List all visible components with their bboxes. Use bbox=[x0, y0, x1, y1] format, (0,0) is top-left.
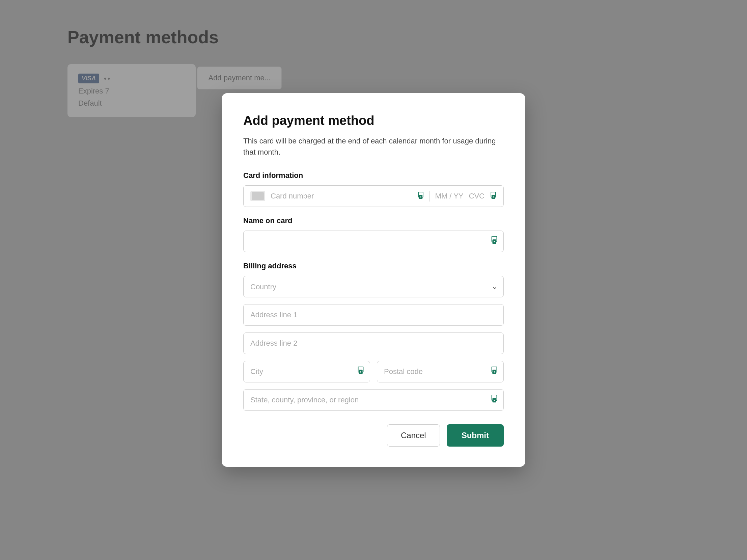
city-postal-row bbox=[243, 361, 504, 382]
cvc-icon bbox=[490, 192, 497, 200]
cancel-button[interactable]: Cancel bbox=[387, 424, 440, 447]
modal-overlay: Add payment method This card will be cha… bbox=[0, 0, 747, 560]
submit-button[interactable]: Submit bbox=[447, 424, 504, 447]
svg-point-11 bbox=[360, 371, 361, 373]
country-select-wrapper: Country ⌄ bbox=[243, 276, 504, 297]
name-on-card-input[interactable] bbox=[243, 231, 504, 252]
address-line2-input[interactable] bbox=[243, 332, 504, 354]
address-line1-input[interactable] bbox=[243, 304, 504, 326]
city-wrapper bbox=[243, 361, 370, 382]
card-icon bbox=[250, 191, 265, 201]
svg-point-17 bbox=[494, 400, 495, 401]
billing-label: Billing address bbox=[243, 262, 504, 271]
postal-code-input[interactable] bbox=[377, 361, 504, 382]
name-label: Name on card bbox=[243, 217, 504, 225]
state-input[interactable] bbox=[243, 389, 504, 411]
postal-input-icon bbox=[491, 366, 498, 377]
billing-section: Billing address Country ⌄ bbox=[243, 262, 504, 411]
card-number-input[interactable]: Card number bbox=[271, 192, 412, 201]
svg-point-8 bbox=[494, 241, 495, 243]
add-payment-modal: Add payment method This card will be cha… bbox=[222, 93, 525, 467]
city-input-icon bbox=[357, 366, 364, 377]
card-info-label: Card information bbox=[243, 171, 504, 180]
state-wrapper bbox=[243, 389, 504, 411]
city-input[interactable] bbox=[243, 361, 370, 382]
stripe-security-icon bbox=[417, 192, 424, 200]
svg-point-2 bbox=[420, 197, 421, 198]
modal-description: This card will be charged at the end of … bbox=[243, 135, 504, 158]
card-info-row: Card number MM / YY CVC bbox=[243, 185, 504, 207]
name-input-icon bbox=[491, 236, 498, 247]
postal-wrapper bbox=[377, 361, 504, 382]
country-select[interactable]: Country bbox=[243, 276, 504, 297]
expiry-input[interactable]: MM / YY bbox=[435, 192, 464, 201]
modal-footer: Cancel Submit bbox=[243, 424, 504, 447]
divider bbox=[430, 191, 430, 202]
state-input-icon bbox=[491, 395, 498, 405]
cvc-input[interactable]: CVC bbox=[469, 192, 485, 201]
name-input-wrapper bbox=[243, 231, 504, 252]
modal-title: Add payment method bbox=[243, 113, 504, 128]
svg-point-14 bbox=[494, 371, 495, 373]
svg-point-5 bbox=[493, 197, 494, 198]
